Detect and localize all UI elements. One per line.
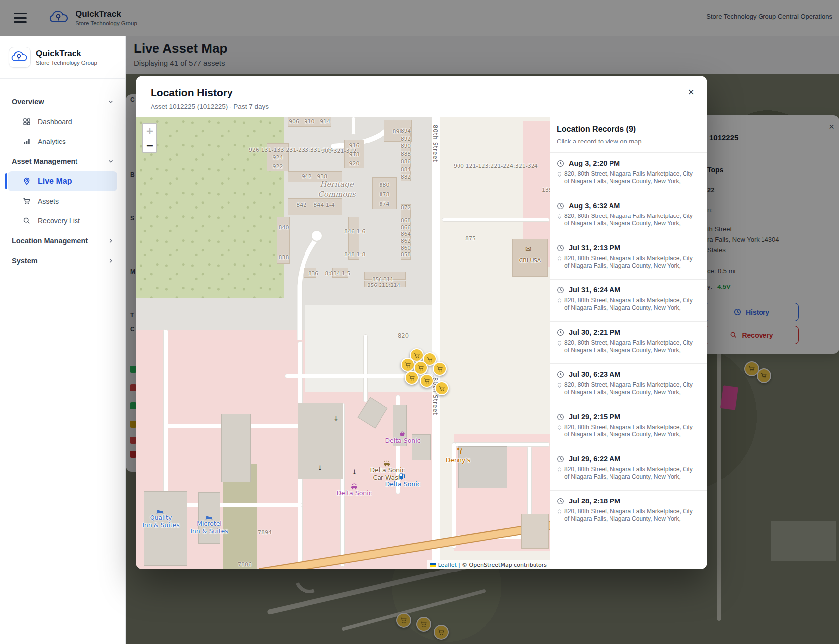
- map-label: 820: [398, 332, 409, 340]
- map-label: 872 868 866 864 862 860 858: [399, 204, 412, 258]
- map-attribution: Leaflet | © OpenStreetMap contributors: [427, 560, 550, 569]
- map-label: 900 321-322: [321, 147, 356, 155]
- sidebar-item-dashboard[interactable]: Dashboard: [0, 112, 125, 132]
- oneway-arrow-icon: ↓: [317, 464, 323, 472]
- map-label: 880 878 874: [373, 180, 396, 209]
- history-button[interactable]: History: [704, 303, 799, 321]
- pin-icon: [557, 298, 562, 304]
- clock-icon: [734, 308, 741, 316]
- asset-distance-fragment: ce: 0.5 mi: [707, 267, 735, 275]
- analytics-bars-icon: [23, 138, 31, 145]
- map-label-delta-sonic-fuel: Delta Sonic: [383, 480, 423, 488]
- asset-country-fragment: States: [707, 246, 726, 254]
- zoom-out-button[interactable]: −: [143, 138, 156, 152]
- record-row[interactable]: Jul 30, 2:21 PM 820, 80th Street, Niagar…: [550, 321, 707, 363]
- search-icon: [730, 331, 737, 339]
- record-row[interactable]: Jul 29, 6:22 AM 820, 80th Street, Niagar…: [550, 448, 707, 490]
- record-row[interactable]: Jul 28, 2:18 PM 820, 80th Street, Niagar…: [550, 490, 707, 532]
- history-map[interactable]: 906 910 914 898 916 918 920 894 892 890 …: [136, 117, 550, 569]
- map-label-dennys: Denny's: [441, 456, 475, 464]
- record-address: 820, 80th Street, Niagara Falls Marketpl…: [557, 381, 698, 396]
- clock-icon: [557, 244, 564, 252]
- asset-marker[interactable]: [401, 358, 415, 372]
- chevron-down-icon: [107, 158, 114, 165]
- topbar: QuickTrack Store Technology Group Store …: [0, 0, 839, 36]
- sidebar-item-recovery-list[interactable]: Recovery List: [0, 211, 125, 231]
- chevron-right-icon: [107, 237, 114, 244]
- brand-cloud-icon: [48, 8, 71, 28]
- map-label: 900 121-123;221-224;321-324: [454, 162, 538, 170]
- location-history-modal: Location History Asset 1012225 (1012225)…: [136, 76, 707, 569]
- record-time: Jul 31, 2:13 PM: [569, 244, 620, 252]
- sidebar-item-analytics[interactable]: Analytics: [0, 132, 125, 151]
- map-building: [221, 414, 251, 482]
- pin-icon: [557, 383, 562, 388]
- leaflet-link[interactable]: Leaflet: [438, 562, 456, 568]
- asset-battery-value: 4.5V: [717, 283, 731, 290]
- zoom-in-button[interactable]: +: [143, 124, 156, 138]
- asset-panel-close-icon[interactable]: ×: [829, 121, 834, 132]
- asset-marker[interactable]: [434, 625, 449, 640]
- record-time: Jul 30, 6:23 AM: [569, 370, 620, 378]
- asset-marker[interactable]: [420, 374, 434, 388]
- record-time: Jul 28, 2:18 PM: [569, 497, 620, 505]
- record-row[interactable]: Aug 3, 2:20 PM 820, 80th Street, Niagara…: [550, 152, 707, 195]
- text-fragment: C: [130, 96, 135, 103]
- leaflet-flag-icon: [430, 563, 436, 567]
- record-row[interactable]: Jul 31, 2:13 PM 820, 80th Street, Niagar…: [550, 237, 707, 279]
- sidebar-item-live-map[interactable]: Live Map: [8, 171, 117, 191]
- sidebar-section-system[interactable]: System: [0, 251, 125, 271]
- asset-marker[interactable]: [416, 617, 431, 632]
- hamburger-menu-icon[interactable]: [14, 13, 27, 23]
- record-row[interactable]: Aug 3, 6:32 AM 820, 80th Street, Niagara…: [550, 195, 707, 237]
- recovery-button[interactable]: Recovery: [704, 326, 799, 344]
- record-address: 820, 80th Street, Niagara Falls Marketpl…: [557, 170, 698, 185]
- map-pin-icon: [23, 177, 31, 185]
- record-address: 820, 80th Street, Niagara Falls Marketpl…: [557, 213, 698, 227]
- restaurant-icon: [456, 447, 463, 457]
- pin-icon: [557, 509, 562, 515]
- asset-marker[interactable]: [405, 371, 419, 385]
- record-time: Jul 29, 6:22 AM: [569, 455, 620, 463]
- map-building-dennys: [458, 446, 507, 488]
- sidebar-brand-cloud-icon: [9, 47, 31, 68]
- record-address: 820, 80th Street, Niagara Falls Marketpl…: [557, 255, 698, 270]
- map-label-delta-sonic-shop: Delta Sonic: [383, 437, 423, 444]
- pin-icon: [557, 172, 562, 177]
- modal-close-icon[interactable]: ×: [688, 87, 694, 98]
- map-zoom-control: + −: [142, 123, 157, 153]
- record-row[interactable]: Jul 29, 2:15 PM 820, 80th Street, Niagar…: [550, 406, 707, 448]
- page-header: Live Asset Map Displaying 41 of 577 asse…: [126, 36, 839, 74]
- search-icon: [23, 217, 31, 225]
- sidebar-section-location-management[interactable]: Location Management: [0, 231, 125, 251]
- text-fragment: S: [130, 215, 134, 222]
- asset-number-fragment: 22: [707, 186, 714, 194]
- record-row[interactable]: Jul 30, 6:23 AM 820, 80th Street, Niagar…: [550, 363, 707, 406]
- map-label: 894 892 890 888 886 884 882: [399, 127, 412, 181]
- sidebar-item-assets[interactable]: Assets: [0, 191, 125, 211]
- oneway-arrow-icon: ↓: [333, 415, 339, 422]
- sidebar-section-overview[interactable]: Overview: [0, 92, 125, 112]
- asset-marker[interactable]: [757, 368, 771, 383]
- map-label: 7806: [238, 561, 252, 568]
- map-label: 875: [465, 235, 476, 242]
- clock-icon: [557, 329, 564, 336]
- asset-detail-panel: × 1012225 Tops 22 n: th Street ra Falls,…: [700, 115, 839, 354]
- record-row[interactable]: Jul 31, 6:24 AM 820, 80th Street, Niagar…: [550, 279, 707, 321]
- sidebar-section-asset-management[interactable]: Asset Management: [0, 151, 125, 171]
- asset-battery-label-fragment: y:: [707, 283, 712, 290]
- map-label: 924 922: [267, 153, 289, 171]
- sidebar-brand-title: QuickTrack: [36, 49, 97, 59]
- asset-marker[interactable]: [435, 381, 449, 395]
- asset-marker[interactable]: [396, 613, 411, 628]
- map-label: 926 131-133;231-233;331-334: [249, 146, 333, 154]
- record-address: 820, 80th Street, Niagara Falls Marketpl…: [557, 508, 698, 523]
- records-heading: Location Records (9): [557, 125, 636, 134]
- screen: QuickTrack Store Technology Group Store …: [0, 0, 839, 644]
- page-subtitle: Displaying 41 of 577 assets: [134, 59, 225, 67]
- map-building: [521, 514, 549, 549]
- page-title: Live Asset Map: [134, 41, 227, 56]
- asset-marker[interactable]: [433, 362, 447, 376]
- text-fragment: C: [130, 326, 135, 333]
- sidebar: QuickTrack Store Technology Group Overvi…: [0, 36, 126, 644]
